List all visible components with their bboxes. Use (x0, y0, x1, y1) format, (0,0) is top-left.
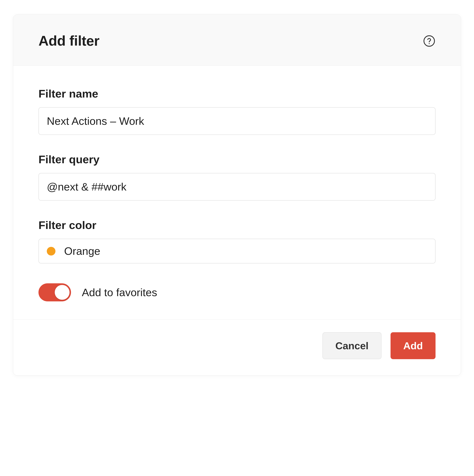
filter-name-group: Filter name (38, 87, 436, 135)
cancel-button[interactable]: Cancel (322, 332, 382, 359)
filter-color-selected: Orange (64, 245, 100, 257)
filter-color-group: Filter color Orange (38, 219, 436, 263)
filter-color-label: Filter color (38, 219, 436, 232)
dialog-title: Add filter (38, 33, 99, 49)
color-swatch-icon (47, 247, 55, 255)
dialog-body: Filter name Filter query Filter color Or… (13, 66, 461, 320)
filter-name-input[interactable] (38, 107, 436, 135)
filter-query-group: Filter query (38, 153, 436, 201)
dialog-footer: Cancel Add (13, 320, 461, 375)
filter-color-select[interactable]: Orange (38, 239, 436, 263)
favorites-row: Add to favorites (38, 283, 436, 301)
toggle-knob-icon (55, 285, 70, 300)
help-icon[interactable] (423, 35, 436, 47)
filter-query-label: Filter query (38, 153, 436, 166)
add-button[interactable]: Add (390, 332, 436, 359)
filter-name-label: Filter name (38, 87, 436, 100)
filter-query-input[interactable] (38, 173, 436, 201)
favorites-toggle[interactable] (38, 283, 71, 301)
dialog-header: Add filter (13, 15, 461, 66)
favorites-label: Add to favorites (82, 286, 157, 299)
svg-point-1 (429, 43, 430, 44)
add-filter-dialog: Add filter Filter name Filter query Filt… (13, 15, 461, 375)
